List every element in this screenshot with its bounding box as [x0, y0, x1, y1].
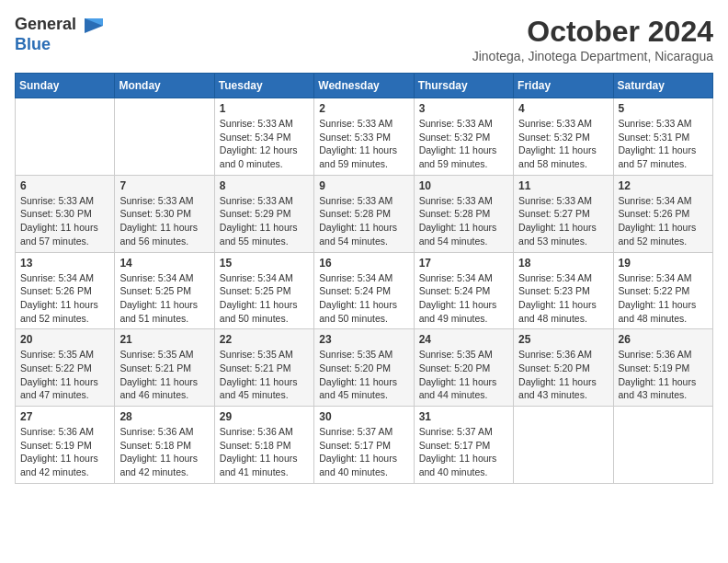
day-info: Sunrise: 5:33 AM Sunset: 5:34 PM Dayligh… [220, 117, 309, 171]
day-number: 15 [220, 257, 309, 270]
day-number: 27 [20, 410, 109, 423]
day-info: Sunrise: 5:33 AM Sunset: 5:28 PM Dayligh… [419, 194, 508, 248]
header: General Blue October 2024 Jinotega, Jino… [15, 15, 713, 63]
day-number: 10 [419, 179, 508, 192]
day-cell: 5Sunrise: 5:33 AM Sunset: 5:31 PM Daylig… [613, 98, 712, 176]
day-info: Sunrise: 5:35 AM Sunset: 5:22 PM Dayligh… [20, 348, 109, 402]
day-info: Sunrise: 5:34 AM Sunset: 5:26 PM Dayligh… [619, 194, 708, 248]
day-number: 21 [119, 333, 209, 346]
header-cell-friday: Friday [514, 74, 613, 98]
day-info: Sunrise: 5:34 AM Sunset: 5:24 PM Dayligh… [319, 271, 408, 326]
day-number: 23 [319, 333, 408, 346]
day-cell: 19Sunrise: 5:34 AM Sunset: 5:22 PM Dayli… [613, 252, 712, 329]
day-cell: 18Sunrise: 5:34 AM Sunset: 5:23 PM Dayli… [514, 252, 613, 329]
day-number: 28 [119, 410, 209, 423]
day-cell [613, 407, 712, 484]
day-info: Sunrise: 5:36 AM Sunset: 5:18 PM Dayligh… [119, 425, 209, 479]
week-row-1: 1Sunrise: 5:33 AM Sunset: 5:34 PM Daylig… [16, 98, 713, 176]
day-cell: 2Sunrise: 5:33 AM Sunset: 5:33 PM Daylig… [314, 98, 414, 176]
day-number: 18 [518, 257, 608, 270]
day-cell [115, 98, 214, 176]
day-number: 11 [518, 179, 608, 192]
header-row: SundayMondayTuesdayWednesdayThursdayFrid… [16, 74, 713, 98]
calendar-header: SundayMondayTuesdayWednesdayThursdayFrid… [16, 74, 713, 98]
day-cell: 30Sunrise: 5:37 AM Sunset: 5:17 PM Dayli… [314, 407, 414, 484]
day-cell: 29Sunrise: 5:36 AM Sunset: 5:18 PM Dayli… [214, 407, 313, 484]
day-number: 14 [119, 257, 209, 270]
logo-general: General [15, 15, 76, 33]
day-cell: 6Sunrise: 5:33 AM Sunset: 5:30 PM Daylig… [16, 175, 115, 252]
day-info: Sunrise: 5:33 AM Sunset: 5:27 PM Dayligh… [518, 194, 608, 248]
day-number: 13 [20, 257, 109, 270]
day-number: 2 [319, 102, 408, 115]
day-number: 9 [319, 179, 408, 192]
day-info: Sunrise: 5:36 AM Sunset: 5:18 PM Dayligh… [220, 425, 309, 479]
day-cell: 22Sunrise: 5:35 AM Sunset: 5:21 PM Dayli… [214, 329, 313, 407]
day-cell: 12Sunrise: 5:34 AM Sunset: 5:26 PM Dayli… [613, 175, 712, 252]
title-area: October 2024 Jinotega, Jinotega Departme… [472, 15, 713, 63]
day-cell: 11Sunrise: 5:33 AM Sunset: 5:27 PM Dayli… [514, 175, 613, 252]
day-info: Sunrise: 5:33 AM Sunset: 5:33 PM Dayligh… [319, 117, 408, 171]
day-number: 12 [619, 179, 708, 192]
logo-blue: Blue [15, 35, 51, 53]
day-info: Sunrise: 5:33 AM Sunset: 5:28 PM Dayligh… [319, 194, 408, 248]
day-info: Sunrise: 5:34 AM Sunset: 5:25 PM Dayligh… [119, 271, 209, 326]
day-info: Sunrise: 5:34 AM Sunset: 5:25 PM Dayligh… [220, 271, 309, 326]
day-number: 26 [619, 333, 708, 346]
day-cell: 16Sunrise: 5:34 AM Sunset: 5:24 PM Dayli… [314, 252, 414, 329]
day-info: Sunrise: 5:36 AM Sunset: 5:19 PM Dayligh… [20, 425, 109, 479]
day-info: Sunrise: 5:33 AM Sunset: 5:30 PM Dayligh… [119, 194, 209, 248]
day-cell: 15Sunrise: 5:34 AM Sunset: 5:25 PM Dayli… [214, 252, 313, 329]
logo-flag-icon [81, 17, 107, 35]
day-number: 3 [419, 102, 508, 115]
day-cell: 10Sunrise: 5:33 AM Sunset: 5:28 PM Dayli… [414, 175, 513, 252]
header-cell-thursday: Thursday [414, 74, 513, 98]
logo: General Blue [15, 15, 107, 54]
week-row-3: 13Sunrise: 5:34 AM Sunset: 5:26 PM Dayli… [16, 252, 713, 329]
day-info: Sunrise: 5:33 AM Sunset: 5:30 PM Dayligh… [20, 194, 109, 248]
day-number: 29 [220, 410, 309, 423]
day-number: 5 [619, 102, 708, 115]
week-row-5: 27Sunrise: 5:36 AM Sunset: 5:19 PM Dayli… [16, 407, 713, 484]
day-number: 1 [220, 102, 309, 115]
header-cell-sunday: Sunday [16, 74, 115, 98]
day-info: Sunrise: 5:36 AM Sunset: 5:20 PM Dayligh… [518, 348, 608, 402]
day-cell: 23Sunrise: 5:35 AM Sunset: 5:20 PM Dayli… [314, 329, 414, 407]
location-title: Jinotega, Jinotega Department, Nicaragua [472, 49, 713, 63]
day-info: Sunrise: 5:33 AM Sunset: 5:32 PM Dayligh… [518, 117, 608, 171]
day-cell: 24Sunrise: 5:35 AM Sunset: 5:20 PM Dayli… [414, 329, 513, 407]
day-info: Sunrise: 5:37 AM Sunset: 5:17 PM Dayligh… [319, 425, 408, 479]
week-row-4: 20Sunrise: 5:35 AM Sunset: 5:22 PM Dayli… [16, 329, 713, 407]
day-info: Sunrise: 5:35 AM Sunset: 5:20 PM Dayligh… [319, 348, 408, 402]
header-cell-monday: Monday [115, 74, 214, 98]
day-number: 7 [119, 179, 209, 192]
day-cell: 20Sunrise: 5:35 AM Sunset: 5:22 PM Dayli… [16, 329, 115, 407]
day-number: 30 [319, 410, 408, 423]
day-cell: 17Sunrise: 5:34 AM Sunset: 5:24 PM Dayli… [414, 252, 513, 329]
day-cell: 14Sunrise: 5:34 AM Sunset: 5:25 PM Dayli… [115, 252, 214, 329]
day-info: Sunrise: 5:34 AM Sunset: 5:23 PM Dayligh… [518, 271, 608, 326]
day-cell: 26Sunrise: 5:36 AM Sunset: 5:19 PM Dayli… [613, 329, 712, 407]
header-cell-tuesday: Tuesday [214, 74, 313, 98]
day-info: Sunrise: 5:33 AM Sunset: 5:29 PM Dayligh… [220, 194, 309, 248]
day-cell [16, 98, 115, 176]
header-cell-saturday: Saturday [613, 74, 712, 98]
day-cell: 3Sunrise: 5:33 AM Sunset: 5:32 PM Daylig… [414, 98, 513, 176]
day-cell [514, 407, 613, 484]
day-cell: 1Sunrise: 5:33 AM Sunset: 5:34 PM Daylig… [214, 98, 313, 176]
day-cell: 9Sunrise: 5:33 AM Sunset: 5:28 PM Daylig… [314, 175, 414, 252]
day-number: 24 [419, 333, 508, 346]
day-number: 4 [518, 102, 608, 115]
day-info: Sunrise: 5:34 AM Sunset: 5:26 PM Dayligh… [20, 271, 109, 326]
day-info: Sunrise: 5:34 AM Sunset: 5:24 PM Dayligh… [419, 271, 508, 326]
day-info: Sunrise: 5:36 AM Sunset: 5:19 PM Dayligh… [619, 348, 708, 402]
day-info: Sunrise: 5:35 AM Sunset: 5:21 PM Dayligh… [119, 348, 209, 402]
day-number: 17 [419, 257, 508, 270]
day-number: 20 [20, 333, 109, 346]
day-cell: 25Sunrise: 5:36 AM Sunset: 5:20 PM Dayli… [514, 329, 613, 407]
day-cell: 8Sunrise: 5:33 AM Sunset: 5:29 PM Daylig… [214, 175, 313, 252]
day-number: 8 [220, 179, 309, 192]
day-info: Sunrise: 5:34 AM Sunset: 5:22 PM Dayligh… [619, 271, 708, 326]
day-number: 16 [319, 257, 408, 270]
day-number: 22 [220, 333, 309, 346]
